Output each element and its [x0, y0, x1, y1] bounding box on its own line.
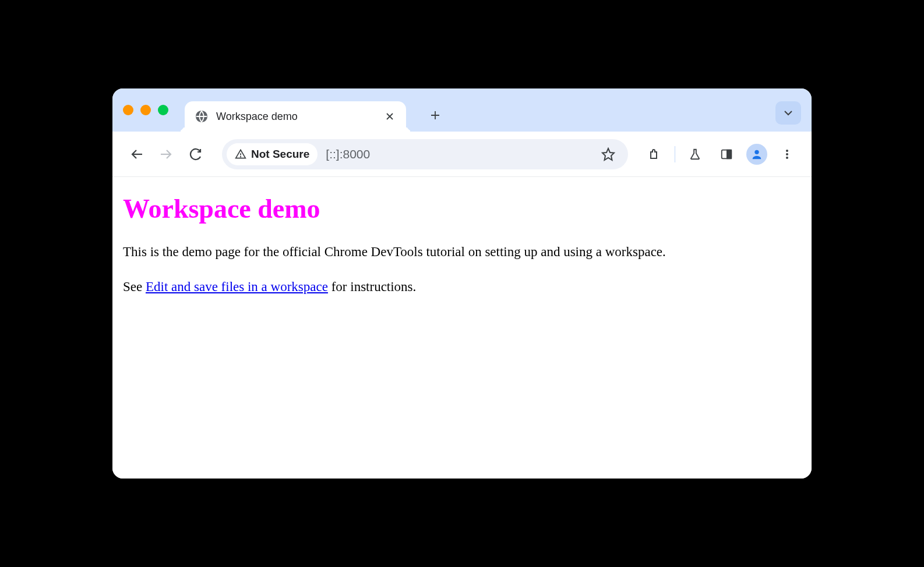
- extensions-button[interactable]: [643, 143, 666, 166]
- security-indicator[interactable]: Not Secure: [227, 143, 318, 165]
- toolbar-actions: [643, 143, 799, 166]
- person-icon: [750, 148, 763, 161]
- browser-tab[interactable]: Workspace demo: [185, 101, 406, 132]
- svg-point-16: [786, 157, 788, 159]
- svg-point-14: [786, 150, 788, 152]
- security-label: Not Secure: [251, 148, 309, 161]
- window-maximize-button[interactable]: [158, 105, 168, 115]
- window-controls: [123, 105, 168, 115]
- menu-button[interactable]: [775, 143, 799, 166]
- back-button[interactable]: [125, 143, 149, 166]
- svg-point-13: [754, 150, 759, 154]
- svg-point-15: [786, 153, 788, 155]
- tab-search-button[interactable]: [775, 101, 801, 125]
- flask-icon: [689, 148, 701, 161]
- browser-window: Workspace demo: [112, 88, 812, 479]
- dots-vertical-icon: [781, 148, 793, 160]
- paragraph-text: for instructions.: [328, 279, 416, 294]
- svg-marker-10: [602, 148, 614, 160]
- page-heading: Workspace demo: [123, 193, 801, 224]
- warning-icon: [235, 148, 246, 160]
- side-panel-button[interactable]: [715, 143, 738, 166]
- tab-title: Workspace demo: [216, 111, 376, 123]
- globe-icon: [195, 110, 208, 123]
- page-paragraph-2: See Edit and save files in a workspace f…: [123, 278, 801, 296]
- paragraph-text: See: [123, 279, 146, 294]
- browser-toolbar: Not Secure [::]:8000: [112, 132, 812, 177]
- puzzle-icon: [648, 147, 662, 161]
- tutorial-link[interactable]: Edit and save files in a workspace: [146, 279, 328, 294]
- bookmark-button[interactable]: [597, 143, 620, 166]
- url-text: [::]:8000: [326, 147, 594, 161]
- window-minimize-button[interactable]: [140, 105, 151, 115]
- address-bar[interactable]: Not Secure [::]:8000: [222, 139, 628, 169]
- new-tab-button[interactable]: [424, 104, 447, 127]
- page-paragraph-1: This is the demo page for the official C…: [123, 243, 801, 261]
- page-content: Workspace demo This is the demo page for…: [112, 177, 812, 479]
- profile-button[interactable]: [746, 144, 767, 165]
- toolbar-divider: [675, 146, 675, 162]
- labs-button[interactable]: [683, 143, 707, 166]
- svg-rect-12: [727, 150, 731, 158]
- forward-button[interactable]: [154, 143, 178, 166]
- svg-point-9: [241, 156, 241, 157]
- panel-icon: [720, 148, 733, 161]
- window-close-button[interactable]: [123, 105, 133, 115]
- close-tab-button[interactable]: [384, 111, 396, 122]
- star-icon: [601, 147, 615, 161]
- tab-strip: Workspace demo: [112, 88, 812, 132]
- reload-button[interactable]: [184, 143, 207, 166]
